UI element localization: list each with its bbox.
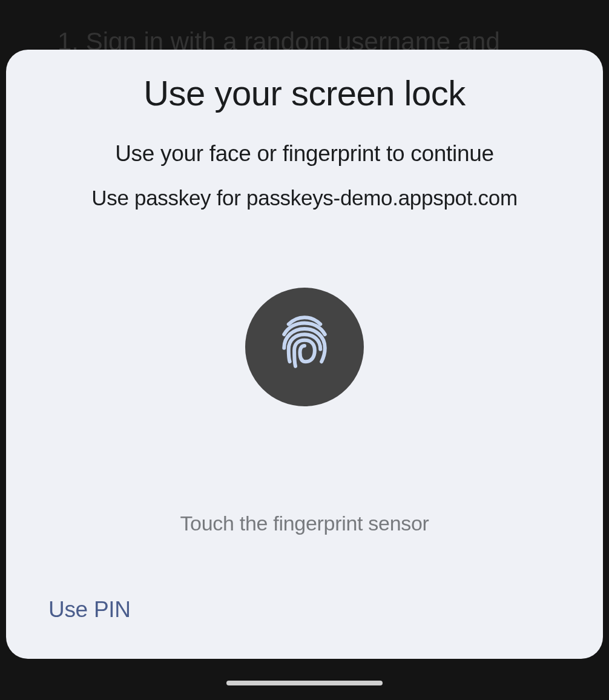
biometric-prompt-modal: Use your screen lock Use your face or fi… bbox=[6, 50, 603, 659]
fingerprint-hint: Touch the fingerprint sensor bbox=[180, 512, 429, 535]
fingerprint-sensor[interactable] bbox=[245, 288, 364, 406]
home-indicator[interactable] bbox=[226, 681, 383, 685]
modal-context: Use passkey for passkeys-demo.appspot.co… bbox=[91, 186, 518, 210]
modal-title: Use your screen lock bbox=[143, 73, 466, 113]
modal-subtitle: Use your face or fingerprint to continue bbox=[115, 141, 494, 167]
use-pin-button[interactable]: Use PIN bbox=[48, 597, 131, 622]
fingerprint-icon bbox=[277, 312, 332, 381]
